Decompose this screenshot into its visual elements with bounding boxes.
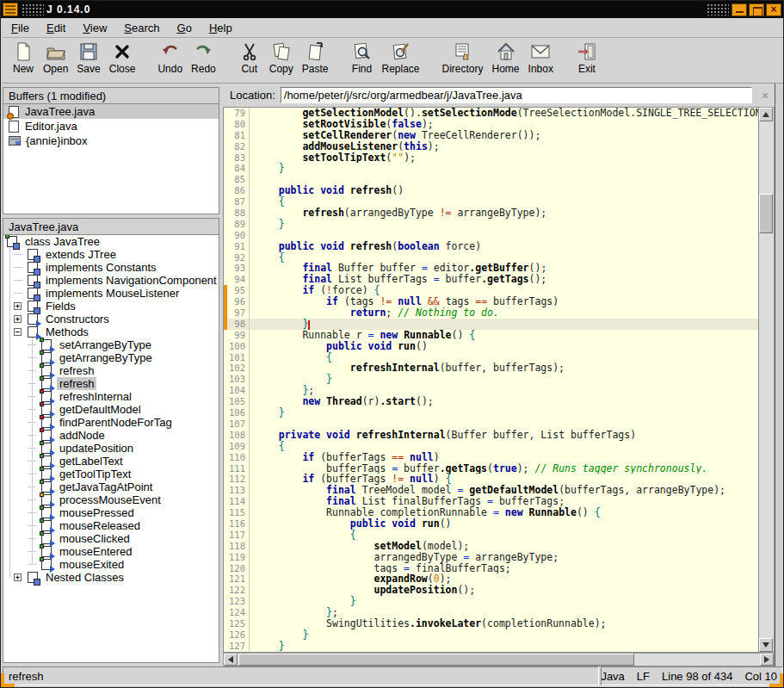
code-line[interactable]: 81 setCellRenderer(new TreeCellRenderer(… xyxy=(224,130,758,141)
horizontal-scrollbar-thumb[interactable] xyxy=(238,654,634,666)
code-line[interactable]: 121 expandRow(0); xyxy=(224,573,758,585)
tree-node[interactable]: mouseExited xyxy=(3,558,219,571)
cut-button[interactable]: Cut xyxy=(234,40,265,76)
tree-node[interactable]: +Fields xyxy=(3,300,219,313)
code-line[interactable]: 108 private void refreshInternal(Buffer … xyxy=(224,430,758,441)
code-line[interactable]: 82 addMouseListener(this); xyxy=(224,141,758,152)
tree-node[interactable]: findParentNodeForTag xyxy=(3,416,219,429)
code-line[interactable]: 89 } xyxy=(224,219,758,230)
tree-node[interactable]: implements Constants xyxy=(3,261,219,274)
code-line[interactable]: 96 if (tags != null && tags == bufferTag… xyxy=(224,296,758,307)
tree-node[interactable]: −Methods xyxy=(3,325,219,338)
code-line[interactable]: 120 tags = finalBufferTags; xyxy=(224,563,758,574)
code-line[interactable]: 98 } xyxy=(224,319,758,330)
scroll-left-button[interactable] xyxy=(224,654,238,666)
paste-button[interactable]: Paste xyxy=(298,40,333,76)
redo-button[interactable]: Redo xyxy=(187,40,220,76)
code-line[interactable]: 102 refreshInternal(buffer, bufferTags); xyxy=(224,363,758,374)
tree-expand-toggle[interactable]: − xyxy=(14,328,22,336)
tree-node[interactable]: getArrangeByType xyxy=(3,351,219,364)
code-line[interactable]: 110 if (bufferTags == null) xyxy=(224,452,758,463)
code-line[interactable]: 119 arrangedByType = arrangeByType; xyxy=(224,552,758,563)
replace-button[interactable]: Replace xyxy=(377,40,423,76)
code-line[interactable]: 109 { xyxy=(224,441,758,452)
tree-node[interactable]: addNode xyxy=(3,429,219,442)
code-line[interactable]: 118 setModel(model); xyxy=(224,541,758,552)
tree-node[interactable]: setArrangeByType xyxy=(3,338,219,351)
buffer-item-javatree[interactable]: JavaTree.java xyxy=(3,104,219,119)
code-editor[interactable]: 79 getSelectionModel().setSelectionMode(… xyxy=(223,107,759,653)
menu-help[interactable]: Help xyxy=(201,19,241,37)
code-line[interactable]: 127 } xyxy=(224,641,758,652)
tree-node[interactable]: implements NavigationComponent xyxy=(3,274,219,287)
code-line[interactable]: 115 Runnable completionRunnable = new Ru… xyxy=(224,507,758,518)
code-line[interactable]: 85 xyxy=(224,174,758,185)
horizontal-scrollbar[interactable] xyxy=(223,653,775,666)
code-line[interactable]: 99 Runnable r = new Runnable() { xyxy=(224,330,758,341)
window-menu-icon[interactable] xyxy=(3,3,18,16)
tree-node[interactable]: refresh xyxy=(3,377,219,390)
open-button[interactable]: Open xyxy=(39,40,72,76)
tree-node[interactable]: +Constructors xyxy=(3,313,219,325)
tree-node[interactable]: implements MouseListener xyxy=(3,287,219,300)
menu-edit[interactable]: Edit xyxy=(38,19,74,37)
code-line[interactable]: 92 { xyxy=(224,252,758,263)
code-line[interactable]: 111 bufferTags = buffer.getTags(true); /… xyxy=(224,463,758,474)
tree-node[interactable]: getJavaTagAtPoint xyxy=(3,480,219,493)
code-line[interactable]: 122 updatePosition(); xyxy=(224,585,758,596)
code-line[interactable]: 90 xyxy=(224,230,758,241)
code-line[interactable]: 80 setRootVisible(false); xyxy=(224,119,758,130)
vertical-scrollbar[interactable] xyxy=(759,107,775,653)
menu-search[interactable]: Search xyxy=(115,19,168,37)
directory-button[interactable]: Directory xyxy=(438,40,488,76)
code-line[interactable]: 114 final List finalBufferTags = bufferT… xyxy=(224,496,758,507)
copy-button[interactable]: Copy xyxy=(265,40,298,76)
tree-node[interactable]: processMouseEvent xyxy=(3,493,219,506)
code-line[interactable]: 84 } xyxy=(224,163,758,174)
new-button[interactable]: New xyxy=(8,40,39,76)
code-line[interactable]: 88 refresh(arrangedByType != arrangeByTy… xyxy=(224,208,758,219)
resize-grip-bottom-right[interactable] xyxy=(769,673,783,687)
tree-node[interactable]: refresh xyxy=(3,364,219,377)
minimize-button[interactable] xyxy=(732,3,747,16)
code-line[interactable]: 107 xyxy=(224,418,758,430)
tree-node[interactable]: +Nested Classes xyxy=(3,571,219,584)
code-line[interactable]: 79 getSelectionModel().setSelectionMode(… xyxy=(224,108,758,119)
tree-node[interactable]: extends JTree xyxy=(3,248,219,261)
code-line[interactable]: 103 } xyxy=(224,374,758,385)
code-line[interactable]: 116 public void run() xyxy=(224,518,758,530)
tree-node[interactable]: getDefaultModel xyxy=(3,403,219,416)
code-line[interactable]: 123 } xyxy=(224,596,758,607)
code-line[interactable]: 105 new Thread(r).start(); xyxy=(224,396,758,407)
buffer-item-editor[interactable]: Editor.java xyxy=(3,119,219,133)
titlebar-grip-left[interactable] xyxy=(22,3,44,15)
code-line[interactable]: 94 final List bufferTags = buffer.getTag… xyxy=(224,274,758,285)
tree-node[interactable]: mousePressed xyxy=(3,506,219,519)
titlebar-grip-right[interactable] xyxy=(707,3,729,15)
undo-button[interactable]: Undo xyxy=(153,40,187,76)
close-buffer-button[interactable]: Close xyxy=(105,40,140,76)
close-button[interactable]: × xyxy=(766,3,781,16)
code-line[interactable]: 125 SwingUtilities.invokeLater(completio… xyxy=(224,618,758,629)
code-line[interactable]: 117 { xyxy=(224,530,758,541)
resize-grip-bottom-left[interactable] xyxy=(1,673,15,687)
code-line[interactable]: 126 } xyxy=(224,629,758,641)
code-line[interactable]: 124 }; xyxy=(224,607,758,618)
scroll-right-button[interactable] xyxy=(760,654,774,666)
tree-node[interactable]: mouseReleased xyxy=(3,519,219,532)
menu-go[interactable]: Go xyxy=(169,19,201,37)
buffer-item-inbox[interactable]: {annie}inbox xyxy=(3,133,219,148)
save-button[interactable]: Save xyxy=(72,40,104,76)
code-line[interactable]: 91 public void refresh(boolean force) xyxy=(224,241,758,252)
menu-view[interactable]: View xyxy=(74,19,115,37)
code-line[interactable]: 112 if (bufferTags != null) { xyxy=(224,474,758,485)
code-line[interactable]: 100 public void run() xyxy=(224,341,758,352)
vertical-scrollbar-thumb[interactable] xyxy=(759,194,773,233)
tree-node[interactable]: updatePosition xyxy=(3,442,219,455)
code-line[interactable]: 86 public void refresh() xyxy=(224,185,758,196)
code-line[interactable]: 97 return; // Nothing to do. xyxy=(224,307,758,319)
code-line[interactable]: 101 { xyxy=(224,352,758,363)
tree-node[interactable]: mouseClicked xyxy=(3,532,219,545)
menu-file[interactable]: File xyxy=(3,19,38,37)
tree-node[interactable]: getToolTipText xyxy=(3,468,219,480)
